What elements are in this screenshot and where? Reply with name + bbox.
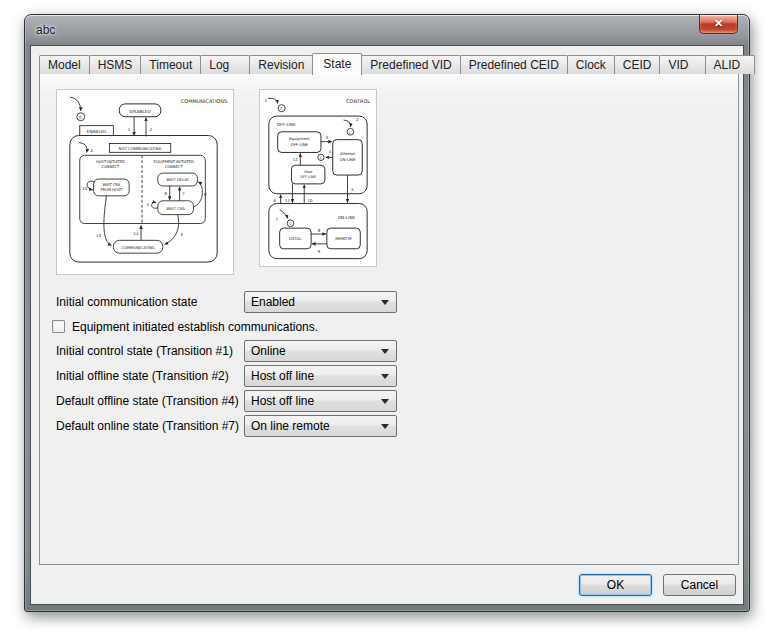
svg-text:REMOTE: REMOTE: [335, 236, 352, 241]
ctrl-t1-label: 1: [265, 98, 268, 103]
comm-t4-arrow: [79, 142, 87, 152]
svg-text:C: C: [289, 222, 292, 226]
comm-t10-label: 10: [82, 186, 88, 191]
svg-text:NOT COMMUNICATING: NOT COMMUNICATING: [119, 146, 162, 151]
comm-t4-label: 4: [90, 148, 93, 153]
ctrl-t12-label: 12: [293, 157, 298, 162]
comm-t3-arrow: [165, 215, 179, 245]
comm-t1-label: 1: [128, 127, 131, 132]
ctrl-t11-label: 11: [285, 198, 290, 203]
comm-state-value: Enabled: [251, 295, 295, 309]
chevron-down-icon: [381, 374, 389, 379]
comm-node-wait-cra: WAIT CRA: [158, 201, 194, 215]
ctrl-t3-label: 3: [326, 135, 329, 140]
svg-text:ENABLED: ENABLED: [87, 129, 107, 134]
tab-revision[interactable]: Revision: [249, 55, 313, 74]
tab-timeout[interactable]: Timeout: [140, 55, 201, 74]
title-bar[interactable]: abc ✕: [25, 15, 749, 45]
svg-text:OFF-LINE: OFF-LINE: [300, 175, 316, 179]
svg-text:WAIT DELAY: WAIT DELAY: [166, 179, 189, 183]
default-offline-combobox[interactable]: Host off line: [244, 390, 397, 412]
comm-t9-label: 9: [204, 192, 207, 197]
ctrl-node-local: LOCAL: [280, 228, 311, 249]
tab-predefined-ceid[interactable]: Predefined CEID: [460, 55, 568, 74]
ctrl-t7-label: 7: [275, 217, 278, 222]
svg-text:FROM HOST: FROM HOST: [100, 188, 123, 192]
tab-clock[interactable]: Clock: [567, 55, 615, 74]
ctrl-t10-label: 10: [308, 198, 313, 203]
svg-text:OFF-LINE: OFF-LINE: [291, 142, 309, 147]
equip-init-checkbox-label: Equipment initiated establish communicat…: [72, 320, 318, 334]
comm-not-communicating-tag: NOT COMMUNICATING: [109, 143, 170, 152]
ctrl-node-remote: REMOTE: [327, 228, 360, 249]
default-offline-label: Default offline state (Transition #4): [56, 394, 239, 408]
svg-text:C: C: [349, 131, 352, 135]
tab-log[interactable]: Log: [200, 55, 250, 74]
initial-offline-combobox[interactable]: Host off line: [244, 365, 397, 387]
ctrl-t4-arrow: C: [318, 154, 333, 160]
comm-t5-label: 5: [147, 202, 150, 207]
equip-init-checkbox[interactable]: [52, 320, 65, 333]
window-title: abc: [36, 23, 55, 37]
tab-hsms[interactable]: HSMS: [89, 55, 142, 74]
control-state-combobox[interactable]: Online: [244, 340, 397, 362]
ctrl-t2-label: 2: [356, 117, 359, 122]
chevron-down-icon: [381, 424, 389, 429]
ctrl-offline-label: OFF-LINE: [277, 122, 296, 127]
control-state-value: Online: [251, 344, 286, 358]
ok-button[interactable]: OK: [579, 574, 652, 596]
comm-t13-label: 13: [96, 233, 102, 238]
dialog-client-area: Model HSMS Timeout Log Revision State Pr…: [30, 45, 744, 605]
ctrl-online-label: ON-LINE: [338, 215, 356, 220]
comm-equip-init-header-2: CONNECT: [165, 165, 184, 169]
comm-node-wait-cra-from-host: WAIT CRA FROM HOST: [94, 179, 130, 196]
comm-title: COMMUNICATIONS: [181, 98, 227, 104]
tab-state[interactable]: State: [312, 53, 362, 75]
ctrl-entry-arrow: C: [268, 98, 285, 112]
ctrl-online-history: C: [280, 209, 294, 226]
initial-offline-value: Host off line: [251, 369, 314, 383]
comm-state-label: Initial communication state: [56, 295, 197, 309]
svg-text:DISABLED: DISABLED: [129, 109, 151, 114]
chevron-down-icon: [381, 399, 389, 404]
comm-state-combobox[interactable]: Enabled: [244, 291, 397, 313]
comm-t7-label: 7: [182, 191, 185, 196]
svg-text:Equipment: Equipment: [289, 136, 310, 141]
close-icon: ✕: [714, 17, 723, 29]
tab-vid[interactable]: VID: [659, 55, 705, 74]
default-online-combobox[interactable]: On line remote: [244, 415, 397, 437]
comm-node-disabled: DISABLED: [119, 104, 161, 117]
comm-t14-label: 14: [134, 231, 140, 236]
ctrl-entry-c: C: [280, 106, 283, 111]
tab-model[interactable]: Model: [39, 55, 90, 74]
tab-ceid[interactable]: CEID: [614, 55, 661, 74]
default-offline-value: Host off line: [251, 394, 314, 408]
ctrl-offline-history: 2 C: [344, 117, 360, 135]
control-state-diagram: CONTROL 1 C OFF-LINE 2 C: [259, 89, 377, 267]
svg-text:WAIT CRA: WAIT CRA: [167, 207, 186, 211]
ctrl-node-attempt-online: Attempt ON-LINE: [333, 140, 362, 175]
comm-host-init-header-1: HOST-INITIATED: [96, 160, 125, 164]
svg-text:ON-LINE: ON-LINE: [340, 157, 356, 162]
comm-state-diagram-svg: COMMUNICATIONS C DISABLED 1 2: [57, 90, 233, 274]
control-state-diagram-svg: CONTROL 1 C OFF-LINE 2 C: [260, 90, 376, 266]
chevron-down-icon: [381, 300, 389, 305]
comm-t2-label: 2: [150, 127, 153, 132]
cancel-button[interactable]: Cancel: [663, 574, 736, 596]
svg-text:Attempt: Attempt: [340, 151, 356, 156]
chevron-down-icon: [381, 349, 389, 354]
comm-state-diagram: COMMUNICATIONS C DISABLED 1 2: [56, 89, 234, 275]
comm-enabled-tag: ENABLED: [80, 126, 114, 136]
ctrl-t4-label: 4: [329, 149, 332, 154]
svg-text:LOCAL: LOCAL: [289, 236, 303, 241]
default-online-value: On line remote: [251, 419, 330, 433]
tab-predefined-vid[interactable]: Predefined VID: [361, 55, 460, 74]
close-button[interactable]: ✕: [699, 15, 738, 34]
comm-t5-arrow: [152, 203, 158, 209]
default-online-label: Default online state (Transition #7): [56, 419, 239, 433]
svg-text:Host: Host: [304, 170, 313, 174]
svg-text:COMMUNICATING: COMMUNICATING: [121, 245, 155, 250]
comm-entry-c: C: [79, 115, 82, 120]
tab-alid[interactable]: ALID: [705, 55, 756, 74]
state-tab-page: COMMUNICATIONS C DISABLED 1 2: [39, 73, 739, 565]
